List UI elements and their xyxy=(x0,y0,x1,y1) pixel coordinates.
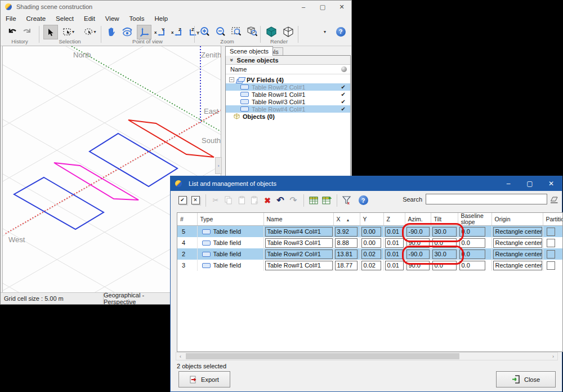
scrollbar-thumb[interactable] xyxy=(186,353,459,359)
close-window-button[interactable]: Close xyxy=(496,371,556,387)
y-field[interactable]: 0.02 xyxy=(361,250,381,259)
tree-item-table-row[interactable]: Table Row#1 Col#1 ✔ xyxy=(226,91,350,98)
undo-button[interactable]: ↶ xyxy=(274,194,287,207)
maximize-button[interactable]: ▢ xyxy=(519,176,540,191)
scroll-right-icon[interactable]: › xyxy=(549,353,557,360)
minimize-button[interactable]: – xyxy=(498,176,519,191)
copy-button[interactable] xyxy=(222,194,235,207)
zoom-window-button[interactable] xyxy=(229,25,244,38)
tree-item-table-row[interactable]: Table Row#4 Col#1 ✔ xyxy=(226,105,350,113)
point-of-view-button[interactable] xyxy=(137,25,151,39)
visibility-sphere-icon[interactable] xyxy=(341,66,347,72)
panel-header[interactable]: » Scene objects xyxy=(226,56,350,65)
x-field[interactable]: 8.88 xyxy=(335,238,358,248)
origin-field[interactable]: Rectangle center xyxy=(493,227,542,237)
pan-button[interactable] xyxy=(104,25,118,38)
name-field[interactable]: Table Row#3 Col#1 xyxy=(265,238,333,248)
origin-field[interactable]: Rectangle center xyxy=(493,250,542,259)
col-header-num[interactable]: # xyxy=(177,213,197,226)
render-solid-button[interactable] xyxy=(264,25,279,38)
table-row[interactable]: 2 Table field Table Row#2 Col#1 13.81 0.… xyxy=(177,248,563,260)
visible-check-icon[interactable]: ✔ xyxy=(341,106,346,112)
select-pointer-button[interactable] xyxy=(43,25,58,39)
baseline-slope-field[interactable]: 0.0 xyxy=(459,238,485,248)
help-button[interactable]: ? xyxy=(357,194,369,207)
z-field[interactable]: 0.01 xyxy=(385,261,404,270)
partition-checkbox[interactable] xyxy=(547,228,555,236)
title-bar[interactable]: Shading scene construction – ▢ ✕ xyxy=(1,1,351,13)
col-header-name[interactable]: Name xyxy=(263,213,333,226)
tree-item-objects[interactable]: Objects (0) xyxy=(226,113,350,120)
deselect-all-button[interactable]: ✕ xyxy=(189,194,202,207)
menu-tools[interactable]: Tools xyxy=(124,13,150,24)
rectangle-select-button[interactable]: ▾ xyxy=(59,25,78,38)
table-row[interactable]: 3 Table field Table Row#1 Col#1 18.77 0.… xyxy=(177,260,563,271)
name-field[interactable]: Table Row#1 Col#1 xyxy=(265,261,333,270)
export-button[interactable]: Export xyxy=(178,371,230,387)
maximize-button[interactable]: ▢ xyxy=(313,1,332,13)
orbit-view-button[interactable] xyxy=(120,25,135,38)
horizontal-scrollbar[interactable]: ‹ › xyxy=(176,352,558,360)
y-field[interactable]: 0.00 xyxy=(361,238,381,248)
origin-field[interactable]: Rectangle center xyxy=(493,261,542,270)
name-column-header[interactable]: Name xyxy=(226,65,350,74)
name-field[interactable]: Table Row#2 Col#1 xyxy=(265,250,333,259)
name-field[interactable]: Table Row#4 Col#1 xyxy=(265,227,333,237)
tree-item-table-row[interactable]: Table Row#3 Col#1 ✔ xyxy=(226,98,350,105)
azim-field[interactable]: -90.0 xyxy=(406,250,430,259)
partition-checkbox[interactable] xyxy=(547,261,555,270)
table-row[interactable]: 5 Table field Table Row#4 Col#1 3.92 0.0… xyxy=(177,226,563,238)
col-header-partition[interactable]: Partition xyxy=(543,213,563,226)
menu-create[interactable]: Create xyxy=(21,13,51,24)
baseline-slope-field[interactable]: 0.0 xyxy=(459,261,485,270)
col-header-x[interactable]: X▲ xyxy=(333,213,360,226)
clear-search-button[interactable] xyxy=(548,194,560,206)
close-button[interactable]: ✕ xyxy=(332,1,351,13)
delete-button[interactable]: ✖ xyxy=(261,194,274,207)
tree-item-pv-fields[interactable]: − PV Fields (4) xyxy=(226,76,350,83)
y-field[interactable]: 0.00 xyxy=(361,227,381,237)
undo-button[interactable] xyxy=(5,25,20,38)
visible-check-icon[interactable]: ✔ xyxy=(341,91,346,97)
tree-item-table-row[interactable]: Table Row#2 Col#1 ✔ xyxy=(226,83,350,91)
azim-field[interactable]: 90.0 xyxy=(406,238,430,248)
table-view-button[interactable] xyxy=(307,194,320,207)
search-input[interactable] xyxy=(426,194,547,204)
col-header-baseline-slope[interactable]: Baseline slope xyxy=(458,213,491,226)
col-header-y[interactable]: Y xyxy=(360,213,383,226)
partition-checkbox[interactable] xyxy=(547,250,555,259)
z-field[interactable]: 0.01 xyxy=(385,250,404,259)
menu-help[interactable]: Help xyxy=(149,13,173,24)
toolbar-options-button[interactable]: ▾ xyxy=(319,25,330,38)
minimize-button[interactable]: – xyxy=(294,1,313,13)
menu-edit[interactable]: Edit xyxy=(79,13,100,24)
col-header-azim[interactable]: Azim. xyxy=(405,213,431,226)
baseline-slope-field[interactable]: 0.0 xyxy=(459,250,485,259)
title-bar[interactable]: List and management of objects – ▢ ✕ xyxy=(171,176,562,191)
x-field[interactable]: 13.81 xyxy=(335,250,358,259)
collapse-expander-icon[interactable]: − xyxy=(229,77,234,82)
tab-scene-objects[interactable]: Scene objects xyxy=(225,46,273,56)
paste-button[interactable] xyxy=(235,194,248,207)
panel-splitter-button[interactable]: › xyxy=(215,157,222,174)
render-wireframe-button[interactable] xyxy=(281,25,296,38)
redo-button[interactable]: ↷ xyxy=(287,194,300,207)
x-field[interactable]: 3.92 xyxy=(335,227,358,237)
x-field[interactable]: 18.77 xyxy=(335,261,358,270)
origin-field[interactable]: Rectangle center xyxy=(493,238,542,248)
table-import-button[interactable] xyxy=(320,194,333,207)
z-field[interactable]: 0.01 xyxy=(385,238,404,248)
col-header-origin[interactable]: Origin xyxy=(491,213,543,226)
select-all-button[interactable]: ✔ xyxy=(176,194,189,207)
table-row[interactable]: 4 Table field Table Row#3 Col#1 8.88 0.0… xyxy=(177,237,563,248)
partition-checkbox[interactable] xyxy=(547,239,555,247)
z-field[interactable]: 0.01 xyxy=(385,227,404,237)
redo-button[interactable] xyxy=(20,25,34,38)
zoom-all-button[interactable] xyxy=(245,25,260,38)
menu-select[interactable]: Select xyxy=(51,13,79,24)
col-header-tilt[interactable]: Tilt xyxy=(431,213,458,226)
view-xy-button[interactable]: xY xyxy=(153,25,168,38)
zoom-out-button[interactable] xyxy=(213,25,228,38)
col-header-type[interactable]: Type xyxy=(197,213,263,226)
tilt-field[interactable]: 0.0 xyxy=(432,238,457,248)
